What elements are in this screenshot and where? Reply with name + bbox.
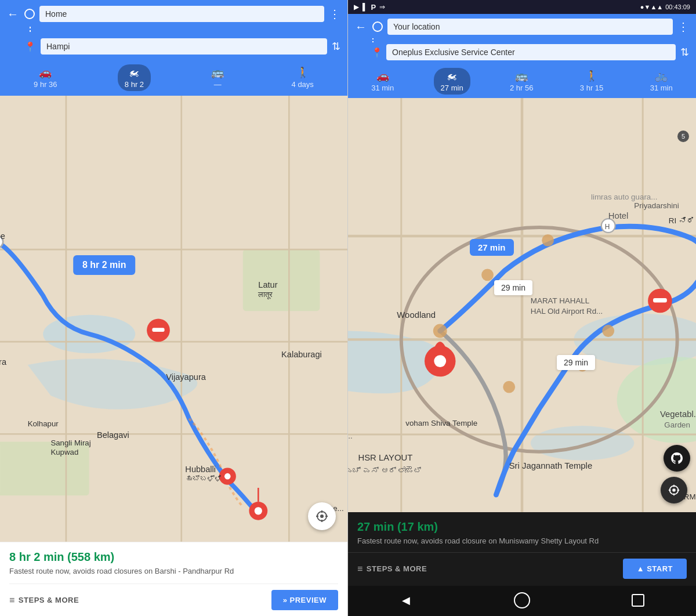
svg-text:Latur: Latur — [258, 280, 277, 289]
walk-icon-right: 🚶 — [585, 70, 598, 82]
car-time: 9 hr 36 — [34, 80, 57, 89]
transport-bus-right[interactable]: 🚌 2 hr 56 — [503, 67, 540, 95]
svg-text:Pune: Pune — [0, 231, 5, 241]
walk-time-right: 3 hr 15 — [580, 84, 603, 92]
my-location-button-right[interactable] — [661, 477, 687, 503]
left-panel: ← ⋮ 📍 ⇅ 🚗 9 hr 36 🏍 8 hr 2 🚌 — — [0, 0, 348, 616]
from-input[interactable] — [39, 6, 324, 22]
svg-text:Belagavi: Belagavi — [97, 430, 129, 440]
battery-time: 00:43:09 — [665, 3, 690, 10]
svg-point-54 — [433, 324, 447, 338]
bike-time-right: 27 min — [441, 84, 463, 92]
list-icon: ≡ — [9, 595, 15, 606]
home-circle-icon — [514, 592, 530, 608]
steps-more-button[interactable]: ≡ STEPS & MORE — [9, 595, 79, 606]
left-header: ← ⋮ 📍 ⇅ — [0, 0, 347, 59]
svg-text:HSR LAYOUT: HSR LAYOUT — [358, 453, 412, 462]
walk-time: 4 days — [292, 80, 314, 89]
svg-text:Satara: Satara — [0, 357, 7, 367]
status-icons-left: ▶ ▌ P ⇒ — [354, 3, 385, 12]
svg-text:Sangli Miraj: Sangli Miraj — [50, 439, 90, 447]
bike-icon-right: 🏍 — [447, 70, 457, 82]
bike-time: 8 hr 2 — [125, 80, 144, 89]
transport-walk-right[interactable]: 🚶 3 hr 15 — [573, 67, 610, 95]
from-input-right[interactable] — [387, 19, 673, 35]
svg-point-55 — [481, 269, 494, 281]
steps-more-button-right[interactable]: ≡ STEPS & MORE — [357, 564, 427, 574]
svg-text:MARAT HAHALL: MARAT HAHALL — [531, 296, 589, 305]
transport-walk[interactable]: 🚶 4 days — [285, 64, 321, 91]
svg-point-61 — [434, 355, 446, 367]
svg-text:Hotel: Hotel — [608, 211, 629, 220]
walk-icon: 🚶 — [296, 66, 309, 79]
back-button[interactable]: ← — [7, 8, 19, 21]
svg-text:Vijayapura: Vijayapura — [166, 372, 206, 382]
svg-point-12 — [255, 507, 262, 514]
back-button-right[interactable]: ← — [355, 20, 367, 34]
transport-bike-right[interactable]: 🏍 27 min — [434, 68, 470, 95]
destination-icon-right: 📍 — [371, 47, 383, 58]
route-alt-label-1: 29 min — [494, 280, 532, 295]
svg-text:ಹುಬ್ಬಳ್ಳಿ: ಹುಬ್ಬಳ್ಳಿ — [185, 474, 222, 483]
bus-icon: 🚌 — [211, 66, 224, 79]
svg-text:limras auto guara...: limras auto guara... — [591, 193, 657, 201]
play-icon: ▶ — [354, 3, 359, 11]
svg-text:HAL Old Airport Rd...: HAL Old Airport Rd... — [531, 307, 603, 316]
nav-back-button[interactable]: ◀ — [396, 590, 416, 611]
car-time-right: 31 min — [371, 84, 394, 92]
more-options-right[interactable]: ⋮ — [677, 20, 689, 34]
nav-recent-button[interactable] — [628, 590, 648, 611]
transport-car-right[interactable]: 🚗 31 min — [364, 67, 401, 95]
svg-text:Priyadarshini: Priyadarshini — [634, 201, 679, 210]
svg-text:Kupwad: Kupwad — [50, 448, 78, 456]
map-right[interactable]: H Hotel Priyadarshini limras auto guara.… — [348, 98, 696, 512]
svg-text:voham Shiva Temple: voham Shiva Temple — [405, 419, 477, 427]
bottom-actions-right: ≡ STEPS & MORE ▲ START — [348, 552, 696, 586]
android-nav-bar: ◀ — [348, 586, 696, 616]
svg-point-15 — [224, 473, 231, 480]
nav-home-button[interactable] — [512, 590, 532, 611]
svg-point-34 — [320, 514, 324, 518]
swap-directions-button[interactable]: ⇅ — [332, 40, 340, 53]
swap-directions-right[interactable]: ⇅ — [680, 46, 689, 59]
preview-button[interactable]: » PREVIEW — [271, 590, 338, 610]
signal-icons: ●▼▲▲ — [640, 3, 663, 10]
to-input[interactable] — [41, 38, 327, 55]
route-time-label-right: 27 min — [470, 239, 514, 256]
svg-point-56 — [542, 234, 554, 247]
cycle-icon-right: 🚲 — [655, 70, 668, 82]
transport-modes-right: 🚗 31 min 🏍 27 min 🚌 2 hr 56 🚶 3 hr 15 🚲 … — [348, 64, 696, 98]
github-button[interactable] — [664, 445, 690, 472]
list-icon-right: ≡ — [357, 564, 363, 574]
svg-text:लातूर: लातूर — [258, 290, 273, 299]
transport-bus[interactable]: 🚌 — — [204, 64, 231, 91]
svg-point-79 — [672, 488, 676, 492]
start-button[interactable]: ▲ START — [623, 559, 687, 579]
bottom-info-left: 8 hr 2 min (558 km) Fastest route now, a… — [0, 542, 347, 616]
svg-text:Vegetabl...: Vegetabl... — [660, 410, 696, 419]
route-description: Fastest route now, avoids road closures … — [9, 566, 338, 577]
right-panel: ▶ ▌ P ⇒ ●▼▲▲ 00:43:09 ← ⋮ 📍 ⇅ 🚗 31 min — [348, 0, 696, 616]
svg-rect-51 — [653, 298, 667, 302]
status-icons-right: ●▼▲▲ 00:43:09 — [640, 3, 690, 10]
bike-icon: 🏍 — [129, 67, 139, 79]
svg-text:Garden: Garden — [664, 421, 690, 429]
bottom-info-right: 27 min (17 km) Fastest route now, avoids… — [348, 512, 696, 552]
svg-text:DOML...: DOML... — [348, 432, 353, 440]
cycle-time-right: 31 min — [650, 84, 673, 92]
route-time-display-right: 27 min (17 km) — [357, 520, 687, 534]
svg-text:Kolhapur: Kolhapur — [28, 419, 59, 428]
transport-cycle-right[interactable]: 🚲 31 min — [643, 67, 680, 95]
svg-rect-2 — [243, 249, 320, 311]
notification-icon: ▌ — [362, 3, 368, 11]
transport-car[interactable]: 🚗 9 hr 36 — [27, 64, 64, 91]
transport-bike[interactable]: 🏍 8 hr 2 — [118, 64, 151, 91]
route-alt-label-2: 29 min — [557, 355, 595, 370]
origin-icon-right — [372, 21, 383, 32]
my-location-button[interactable] — [308, 502, 336, 530]
map-left[interactable]: Pune पुणे Satara सातारा Kolhapur Sangli … — [0, 96, 347, 542]
svg-text:Woodland: Woodland — [397, 310, 436, 320]
more-options-button[interactable]: ⋮ — [329, 7, 340, 21]
origin-icon — [24, 9, 35, 19]
to-input-right[interactable] — [386, 44, 676, 60]
